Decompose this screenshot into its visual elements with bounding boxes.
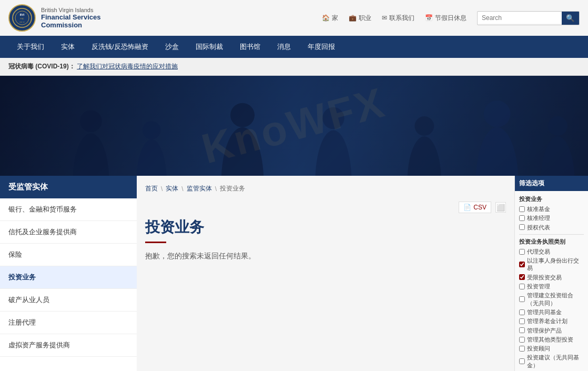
svg-point-13 — [322, 107, 344, 129]
filter-advice-non-mutual: 投资建议（无共同基金） — [519, 354, 584, 369]
main-nav-bar: 关于我们 实体 反洗钱/反恐怖融资 沙盒 国际制裁 图书馆 消息 年度回报 — [0, 36, 588, 58]
filter-manage-other-label: 管理其他类型投资 — [527, 336, 573, 343]
filter-manage-other: 管理其他类型投资 — [519, 336, 584, 343]
svg-point-19 — [548, 116, 567, 136]
breadcrumb-sep1: \ — [161, 185, 163, 193]
content-area: 首页 \ 实体 \ 监管实体 \ 投资业务 📄 CSV ⬜ 投资业务 抱歉，您的… — [137, 176, 514, 371]
filter-principal-trade-checkbox[interactable] — [519, 262, 525, 267]
search-button[interactable]: 🔍 — [562, 12, 579, 25]
logo-text: British Virgin Islands Financial Service… — [41, 7, 100, 29]
filter-principal-trade: 以注事人身份出行交易 — [519, 257, 584, 272]
nav-sandbox[interactable]: 沙盒 — [157, 36, 187, 58]
svg-point-17 — [484, 101, 511, 127]
csv-icon: 📄 — [463, 204, 471, 211]
filter-manage-protect-label: 管理保护产品 — [527, 327, 562, 334]
filter-inv-advisor-checkbox[interactable] — [519, 346, 525, 352]
sidebar-item-insolvency[interactable]: 破产从业人员 — [0, 289, 137, 312]
breadcrumb-regulated[interactable]: 监管实体 — [187, 184, 212, 193]
filter-manage-protect: 管理保护产品 — [519, 327, 584, 334]
main-layout: 受监管实体 银行、金融和货币服务 信托及企业服务提供商 保险 投资业务 破产从业… — [0, 176, 588, 371]
filter-inv-mgmt-label: 投资管理 — [527, 283, 550, 290]
filter-approved-fund-label: 核准基金 — [527, 205, 550, 213]
mail-icon: ✉ — [382, 14, 387, 22]
nav-contact[interactable]: ✉ 联系我们 — [382, 14, 414, 23]
svg-text:BVI: BVI — [20, 13, 25, 16]
svg-point-15 — [414, 116, 434, 136]
filter-manage-pension-label: 管理养老金计划 — [527, 317, 567, 325]
breadcrumb-entities[interactable]: 实体 — [166, 184, 178, 193]
svg-point-11 — [230, 103, 255, 127]
filter-approved-fund: 核准基金 — [519, 205, 584, 213]
filter-manage-mutual: 管理共同基金 — [519, 308, 584, 316]
home-icon: 🏠 — [322, 14, 330, 22]
filter-manage-other-checkbox[interactable] — [519, 337, 525, 343]
filter-authorized-rep-checkbox[interactable] — [519, 224, 525, 230]
covid-link[interactable]: 了解我们对冠状病毒疫情的应对措施 — [77, 63, 178, 70]
nav-aml[interactable]: 反洗钱/反恐怖融资 — [83, 36, 157, 58]
export-icon-button[interactable]: ⬜ — [495, 202, 506, 213]
filter-manage-pension: 管理养老金计划 — [519, 317, 584, 325]
search-input[interactable] — [478, 12, 562, 24]
logo-line3: Commission — [41, 21, 100, 29]
filter-manage-portfolio-label: 管理建立投资组合（无共同） — [527, 292, 584, 307]
filter-advice-non-mutual-label: 投资建议（无共同基金） — [527, 354, 584, 369]
filter-inv-advisor-label: 投资顾问 — [527, 345, 550, 352]
sidebar-item-insurance[interactable]: 保险 — [0, 244, 137, 266]
nav-holidays[interactable]: 📅 节假日休息 — [425, 14, 467, 23]
filter-principal-trade-label: 以注事人身份出行交易 — [527, 257, 584, 272]
filter-manage-mutual-label: 管理共同基金 — [527, 308, 562, 316]
filter-manage-protect-checkbox[interactable] — [519, 327, 525, 333]
top-nav: 🏠 家 💼 职业 ✉ 联系我们 📅 节假日休息 🔍 — [322, 11, 580, 25]
filter-inv-mgmt-checkbox[interactable] — [519, 284, 525, 289]
svg-text:FSC: FSC — [21, 18, 24, 20]
sidebar-item-trust[interactable]: 信托及企业服务提供商 — [0, 221, 137, 244]
sidebar-item-banking[interactable]: 银行、金融和货币服务 — [0, 198, 137, 221]
nav-home[interactable]: 🏠 家 — [322, 14, 338, 23]
filter-manage-portfolio-checkbox[interactable] — [519, 296, 525, 302]
nav-entities[interactable]: 实体 — [53, 36, 83, 58]
hero-image: KnoWFX — [0, 76, 588, 176]
svg-point-7 — [80, 111, 102, 132]
filter-divider-1 — [519, 234, 584, 235]
svg-point-9 — [143, 121, 161, 139]
filter-inv-advisor: 投资顾问 — [519, 345, 584, 352]
nav-about[interactable]: 关于我们 — [8, 36, 53, 58]
breadcrumb-current: 投资业务 — [220, 184, 245, 193]
filter-approved-manager-checkbox[interactable] — [519, 215, 525, 221]
content-toolbar: 📄 CSV ⬜ — [145, 202, 506, 213]
filter-manage-portfolio: 管理建立投资组合（无共同） — [519, 292, 584, 307]
breadcrumb-home[interactable]: 首页 — [145, 184, 158, 193]
filter-manage-mutual-checkbox[interactable] — [519, 309, 525, 315]
filter-advice-non-mutual-checkbox[interactable] — [519, 358, 525, 364]
header: BVI FSC ★ ★ ★ British Virgin Islands Fin… — [0, 0, 588, 58]
search-box: 🔍 — [477, 11, 580, 25]
nav-news[interactable]: 消息 — [269, 36, 299, 58]
filter-restricted-trade: 受限投资交易 — [519, 274, 584, 281]
breadcrumb-sep2: \ — [181, 185, 183, 193]
nav-annual[interactable]: 年度回报 — [299, 36, 343, 58]
header-top: BVI FSC ★ ★ ★ British Virgin Islands Fin… — [0, 0, 588, 36]
nav-library[interactable]: 图书馆 — [231, 36, 269, 58]
filter-agency-trade-label: 代理交易 — [527, 248, 550, 255]
nav-career[interactable]: 💼 职业 — [349, 14, 371, 23]
filter-manage-pension-checkbox[interactable] — [519, 318, 525, 324]
filter-section-investment: 投资业务 — [519, 195, 584, 203]
filter-approved-fund-checkbox[interactable] — [519, 206, 525, 212]
sidebar-item-registered-agent[interactable]: 注册代理 — [0, 312, 137, 334]
left-sidebar: 受监管实体 银行、金融和货币服务 信托及企业服务提供商 保险 投资业务 破产从业… — [0, 176, 137, 371]
download-icon: ⬜ — [496, 204, 505, 212]
breadcrumb-sep3: \ — [215, 185, 217, 193]
sidebar-item-virtual-assets[interactable]: 虚拟资产服务提供商 — [0, 334, 137, 357]
filter-agency-trade: 代理交易 — [519, 248, 584, 255]
sidebar-item-investment[interactable]: 投资业务 — [0, 266, 137, 289]
filter-agency-trade-checkbox[interactable] — [519, 249, 525, 255]
breadcrumb: 首页 \ 实体 \ 监管实体 \ 投资业务 — [145, 184, 506, 193]
filter-title: 筛选选项 — [515, 176, 588, 191]
filter-restricted-trade-checkbox[interactable] — [519, 274, 525, 280]
covid-banner: 冠状病毒 (COVID-19)： 了解我们对冠状病毒疫情的应对措施 — [0, 58, 588, 76]
filter-approved-manager-label: 核准经理 — [527, 214, 550, 222]
calendar-icon: 📅 — [425, 14, 433, 22]
nav-sanctions[interactable]: 国际制裁 — [187, 36, 231, 58]
logo-area: BVI FSC ★ ★ ★ British Virgin Islands Fin… — [8, 4, 100, 32]
csv-export-button[interactable]: 📄 CSV — [459, 202, 491, 213]
